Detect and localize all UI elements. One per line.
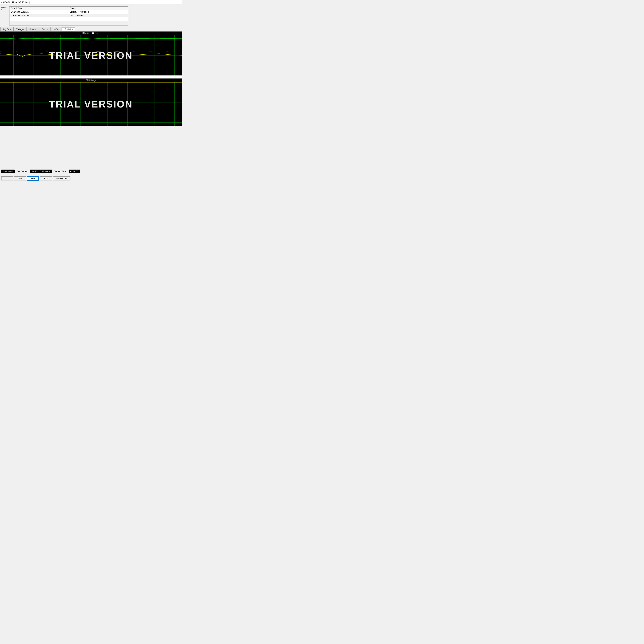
row2-status: GPU1: Started — [68, 14, 128, 17]
unknown-button[interactable]: ... — [1, 176, 13, 180]
tab-clocks[interactable]: Clocks — [39, 27, 50, 31]
table-row-empty — [10, 21, 128, 25]
cpu-chart-canvas: TRIAL VERSION — [0, 82, 182, 126]
tab-ling-fans[interactable]: ling Fans — [0, 27, 14, 31]
sidebar-label-ks: ks — [1, 9, 8, 11]
preferences-button[interactable]: Preferences — [53, 176, 70, 180]
clear-button[interactable]: Clear — [14, 176, 26, 180]
elapsed-value: 02:26:33 — [69, 170, 80, 173]
elapsed-label: Elapsed Time: — [54, 170, 67, 173]
tabs-bar: ling Fans Voltages Powers Clocks Unified… — [0, 26, 182, 32]
title-bar: - AIDA64 [ TRIAL VERSION ] — [0, 0, 182, 5]
button-bar: ... Clear Save CPUID Preferences — [0, 175, 182, 182]
cpu-chart-section: CPU Usage TRIAL VERSION — [0, 78, 182, 126]
battery-badge: No battery — [1, 170, 15, 173]
cpu-label: CPU — [85, 32, 89, 35]
test-started-label: Test Started: — [17, 170, 28, 173]
row1-datetime: 6/6/2023 8:37:37 AM — [10, 10, 68, 14]
top-chart-svg — [0, 35, 182, 75]
tab-voltages[interactable]: Voltages — [14, 27, 27, 31]
sidebar-stub: memory ks — [0, 5, 8, 13]
col-datetime: Date & Time — [10, 7, 68, 10]
cpuid-button[interactable]: CPUID — [40, 176, 52, 180]
cpu-checkbox[interactable]: ✓ — [83, 32, 85, 34]
log-area: Date & Time Status 6/6/2023 8:37:37 AM S… — [9, 6, 128, 25]
table-row-empty — [10, 17, 128, 21]
top-chart-canvas: TRIAL VERSION — [0, 35, 182, 75]
test-started-value: 6/6/2023 8:37:36 AM — [30, 170, 52, 173]
row1-status: Stability Test: Started — [68, 10, 128, 14]
app-title: - AIDA64 [ TRIAL VERSION ] — [1, 1, 30, 4]
cpu-chart-svg — [0, 82, 182, 126]
chart-divider — [0, 75, 182, 78]
save-button[interactable]: Save — [27, 176, 39, 181]
top-chart-section: ✓ CPU ✓ GPU TRIAL VERSION — [0, 32, 182, 75]
status-bar: No battery Test Started: 6/6/2023 8:37:3… — [0, 168, 182, 175]
cpu-chart-label: CPU Usage — [0, 78, 182, 82]
col-status: Status — [68, 7, 128, 10]
gpu-checkbox[interactable]: ✓ — [92, 32, 94, 34]
tab-unified[interactable]: Unified — [50, 27, 62, 31]
row2-datetime: 6/6/2023 8:37:38 AM — [10, 14, 68, 17]
gpu-label: GPU — [95, 32, 99, 35]
gpu-checkbox-label[interactable]: ✓ GPU — [92, 32, 99, 35]
cpu-checkbox-label[interactable]: ✓ CPU — [83, 32, 89, 35]
table-row: 6/6/2023 8:37:38 AM GPU1: Started — [10, 14, 128, 17]
tab-powers[interactable]: Powers — [27, 27, 39, 31]
tab-statistics[interactable]: Statistics — [62, 27, 75, 31]
log-table: Date & Time Status 6/6/2023 8:37:37 AM S… — [9, 7, 128, 25]
table-row: 6/6/2023 8:37:37 AM Stability Test: Star… — [10, 10, 128, 14]
top-chart-header: ✓ CPU ✓ GPU — [0, 32, 182, 35]
sidebar-label-memory: memory — [1, 6, 8, 9]
